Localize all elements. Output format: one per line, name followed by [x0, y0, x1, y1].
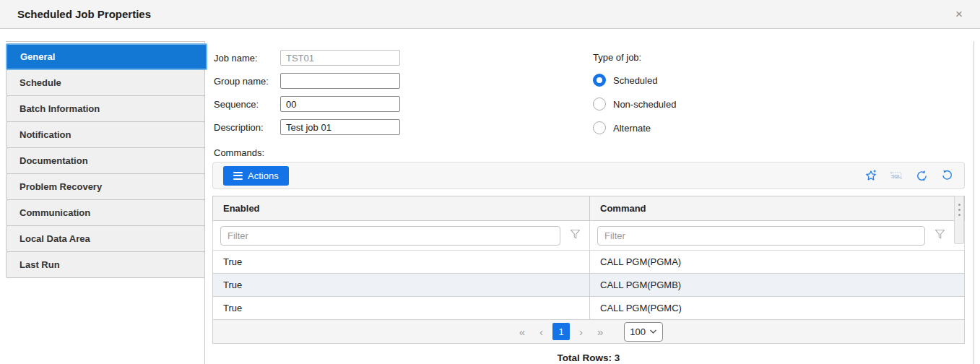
job-form: Job name: Group name: Sequence: Descript… [214, 50, 400, 142]
cell-command: CALL PGM(PGMC) [590, 297, 964, 319]
tab-schedule[interactable]: Schedule [6, 69, 205, 96]
group-name-input[interactable] [280, 73, 400, 89]
radio-button-icon [593, 74, 606, 87]
actions-button-label: Actions [248, 170, 279, 181]
radio-button-icon [593, 98, 606, 110]
radio-scheduled[interactable]: Scheduled [593, 74, 676, 87]
enabled-filter-input[interactable] [220, 226, 560, 246]
next-page-button[interactable]: › [574, 326, 588, 338]
command-filter-input[interactable] [597, 226, 925, 246]
type-of-job-group: Type of job: Scheduled Non-scheduled Alt… [593, 52, 676, 134]
table-header-row: Enabled Command [212, 196, 965, 221]
tab-batch-information[interactable]: Batch Information [6, 95, 205, 122]
svg-text:SQL: SQL [892, 174, 901, 178]
column-header-command[interactable]: Command [590, 196, 964, 220]
column-header-enabled[interactable]: Enabled [213, 196, 590, 220]
tab-problem-recovery[interactable]: Problem Recovery [6, 173, 205, 200]
actions-button[interactable]: Actions [223, 166, 289, 186]
filter-funnel-icon[interactable] [935, 229, 945, 242]
tab-last-run[interactable]: Last Run [6, 251, 205, 278]
tab-label: Notification [19, 129, 71, 140]
tab-label: Batch Information [19, 103, 100, 114]
sequence-label: Sequence: [214, 99, 280, 110]
tab-communication[interactable]: Communication [6, 199, 205, 226]
page-size-select[interactable]: 100 [624, 322, 663, 342]
table-filter-row [212, 221, 965, 251]
form-row-group-name: Group name: [214, 73, 400, 89]
tab-label: Schedule [19, 77, 61, 88]
sidebar-tabs: General Schedule Batch Information Notif… [6, 43, 205, 278]
form-row-job-name: Job name: [214, 50, 400, 66]
tab-label: Local Data Area [19, 233, 90, 244]
filter-cell-enabled [213, 221, 590, 250]
tab-label: Communication [19, 207, 90, 218]
content-panel: Job name: Group name: Sequence: Descript… [204, 41, 974, 364]
radio-non-scheduled[interactable]: Non-scheduled [593, 98, 676, 110]
tab-label: Last Run [19, 259, 60, 270]
tab-label: Documentation [19, 155, 88, 166]
description-label: Description: [214, 122, 280, 133]
favorite-add-icon[interactable] [864, 168, 878, 183]
last-page-button[interactable]: » [592, 326, 608, 338]
commands-table: Enabled Command True CALL PGM(PGMA) [212, 196, 965, 344]
reset-icon[interactable] [940, 168, 954, 183]
current-page-button[interactable]: 1 [552, 323, 570, 340]
tab-local-data-area[interactable]: Local Data Area [6, 225, 205, 252]
close-icon[interactable]: × [953, 6, 966, 22]
table-pagination: « ‹ 1 › » 100 [212, 320, 965, 344]
radio-label: Non-scheduled [613, 99, 676, 110]
type-of-job-label: Type of job: [593, 52, 676, 63]
cell-command: CALL PGM(PGMA) [590, 251, 964, 273]
chevron-down-icon [649, 329, 657, 334]
tab-notification[interactable]: Notification [6, 121, 205, 148]
dialog-title: Scheduled Job Properties [17, 8, 151, 20]
form-row-description: Description: [214, 119, 400, 135]
first-page-button[interactable]: « [514, 326, 530, 338]
total-rows-label: Total Rows: 3 [212, 352, 965, 363]
form-row-sequence: Sequence: [214, 96, 400, 112]
commands-label: Commands: [214, 147, 264, 158]
table-row[interactable]: True CALL PGM(PGMC) [212, 297, 965, 320]
cell-enabled: True [213, 274, 590, 296]
job-name-label: Job name: [214, 53, 280, 64]
refresh-icon[interactable] [914, 168, 929, 183]
toolbar-icon-group: SQL [864, 168, 954, 183]
cell-command: CALL PGM(PGMB) [590, 274, 964, 296]
group-name-label: Group name: [214, 76, 280, 87]
table-row[interactable]: True CALL PGM(PGMB) [212, 274, 965, 297]
tab-label: Problem Recovery [19, 181, 102, 192]
dialog-header: Scheduled Job Properties × [0, 0, 980, 29]
commands-toolbar: Actions SQL [212, 162, 965, 189]
description-input[interactable] [280, 119, 400, 135]
page-size-value: 100 [630, 326, 646, 337]
radio-label: Scheduled [613, 75, 657, 86]
tab-documentation[interactable]: Documentation [6, 147, 205, 174]
sql-icon[interactable]: SQL [889, 168, 903, 183]
tab-label: General [20, 51, 55, 62]
radio-alternate[interactable]: Alternate [593, 121, 676, 134]
table-row[interactable]: True CALL PGM(PGMA) [212, 251, 965, 274]
radio-button-icon [593, 121, 606, 134]
cell-enabled: True [213, 251, 590, 273]
tab-general[interactable]: General [6, 43, 207, 70]
prev-page-button[interactable]: ‹ [534, 326, 548, 338]
filter-cell-command [590, 221, 964, 250]
job-name-input[interactable] [280, 50, 400, 66]
cell-enabled: True [213, 297, 590, 319]
radio-label: Alternate [613, 123, 651, 134]
table-scrollbar-handle[interactable] [954, 196, 964, 244]
sequence-input[interactable] [280, 96, 400, 112]
menu-icon [233, 172, 243, 180]
filter-funnel-icon[interactable] [570, 229, 581, 242]
